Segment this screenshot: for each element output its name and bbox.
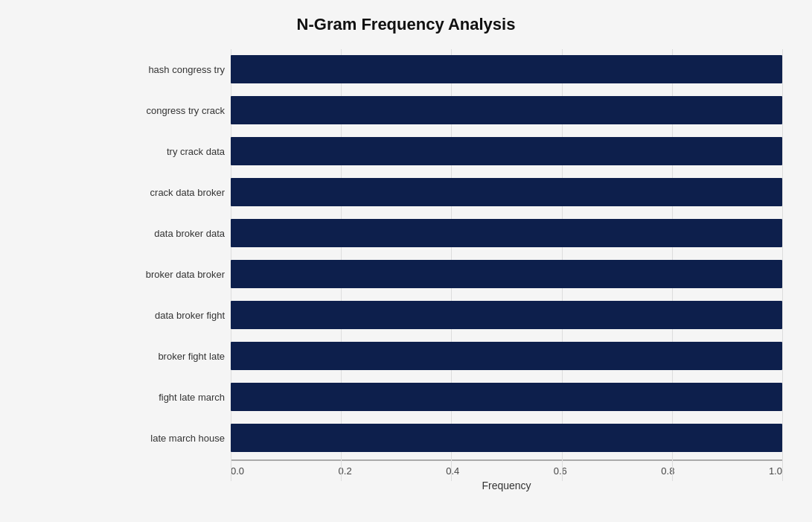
bar-label: late march house bbox=[113, 433, 225, 444]
bar-row: try crack data bbox=[231, 131, 782, 171]
bar-row: crack data broker bbox=[231, 172, 782, 212]
bar-row: broker data broker bbox=[231, 254, 782, 294]
bar-label: broker fight late bbox=[113, 351, 225, 362]
bar bbox=[231, 301, 782, 329]
bar-label: broker data broker bbox=[113, 269, 225, 280]
bar bbox=[231, 342, 782, 370]
bar-row: congress try crack bbox=[231, 90, 782, 130]
bar-label: try crack data bbox=[113, 146, 225, 157]
bar-label: crack data broker bbox=[113, 187, 225, 198]
bar bbox=[231, 178, 782, 206]
bar-row: hash congress try bbox=[231, 49, 782, 89]
bar-label: data broker fight bbox=[113, 310, 225, 321]
x-axis-line bbox=[231, 459, 782, 461]
chart-container: N-Gram Frequency Analysis hash congress … bbox=[0, 0, 812, 522]
bar bbox=[231, 137, 782, 165]
x-tick-3: 0.6 bbox=[554, 465, 567, 477]
x-ticks: 0.0 0.2 0.4 0.6 0.8 1.0 bbox=[231, 465, 782, 477]
bar bbox=[231, 219, 782, 247]
bar-row: late march house bbox=[231, 418, 782, 458]
bar-label: congress try crack bbox=[113, 105, 225, 116]
bar-label: fight late march bbox=[113, 392, 225, 403]
bar bbox=[231, 55, 782, 83]
bars-container: hash congress trycongress try cracktry c… bbox=[231, 49, 782, 458]
bar bbox=[231, 424, 782, 452]
bar-row: data broker fight bbox=[231, 295, 782, 335]
x-tick-2: 0.4 bbox=[446, 465, 459, 477]
x-tick-5: 1.0 bbox=[769, 465, 782, 477]
x-axis-label: Frequency bbox=[231, 480, 782, 491]
chart-title: N-Gram Frequency Analysis bbox=[30, 15, 782, 34]
bars-area: hash congress trycongress try cracktry c… bbox=[231, 49, 782, 481]
x-tick-0: 0.0 bbox=[231, 465, 244, 477]
bar-row: data broker data bbox=[231, 213, 782, 253]
gridline-100 bbox=[782, 49, 783, 481]
bar-row: broker fight late bbox=[231, 336, 782, 376]
bar-row: fight late march bbox=[231, 377, 782, 417]
bar-label: data broker data bbox=[113, 228, 225, 239]
bar bbox=[231, 96, 782, 124]
bar-label: hash congress try bbox=[113, 64, 225, 75]
bar bbox=[231, 260, 782, 288]
bar bbox=[231, 383, 782, 411]
